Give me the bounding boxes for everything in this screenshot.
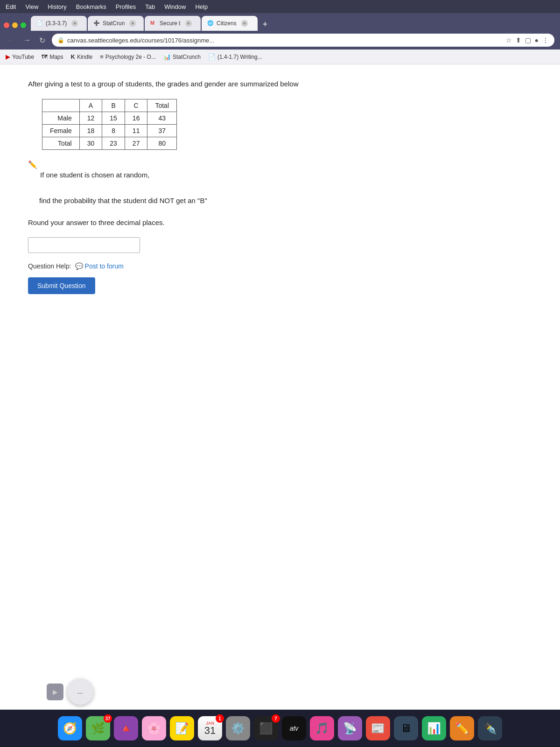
bookmark-statcrunch[interactable]: 📊 StatCrunch [163,53,201,60]
dock-news[interactable]: 📰 [366,716,390,740]
question-part3: Round your answer to three decimal place… [28,216,532,229]
post-forum-link[interactable]: 💬 Post to forum [75,262,124,270]
dock-music[interactable]: 🎵 [310,716,334,740]
menu-item-bookmarks[interactable]: Bookmarks [76,3,106,10]
tab-4[interactable]: 🌐 Citizens × [202,16,258,31]
bookmark-star-icon[interactable]: ☆ [506,36,512,44]
dock-pencil[interactable]: ✏️ [450,716,474,740]
tab-1-icon: 📄 [36,20,43,27]
back-button[interactable]: ← [6,34,17,46]
row-label-male: Male [42,112,80,125]
tab-2[interactable]: ➕ StatCrun × [88,16,144,31]
cell-male-b: 15 [102,112,125,125]
pencil-icon: ✏️ [28,160,37,169]
address-field[interactable]: 🔒 canvas.seattlecolleges.edu/courses/101… [52,34,554,47]
app2-badge: 7 [272,714,280,723]
writing-icon: 📄 [208,53,216,60]
page-content: After giving a test to a group of studen… [0,64,560,710]
calendar-badge: 1 [216,714,224,723]
col-header-b: B [102,99,125,112]
bookmark-psychology-label: Psychology 2e - O... [105,54,156,60]
dock-app2[interactable]: ⬛ 7 [254,716,278,740]
submit-question-button[interactable]: Submit Question [28,277,95,294]
dock-display[interactable]: 🖥 [394,716,418,740]
dock-safari[interactable]: 🧭 [58,716,82,740]
settings-icon: ⚙️ [231,722,245,735]
table-row-total: Total 30 23 27 80 [42,137,177,150]
bookmark-writing[interactable]: 📄 (1.4-1.7) Writing... [208,53,262,60]
cell-female-c: 11 [125,125,147,137]
minimize-window-button[interactable] [12,22,18,28]
menu-item-view[interactable]: View [25,3,38,10]
calendar-day: 31 [204,726,216,736]
safari-icon: 🧭 [63,722,77,735]
tab-4-icon: 🌐 [207,20,214,27]
chat-bubble[interactable]: ... [67,679,93,705]
dock-settings[interactable]: ⚙️ [226,716,250,740]
browser-window: 📄 (3.3-3.7) × ➕ StatCrun × M Secure t × … [0,13,560,710]
tab-2-close[interactable]: × [129,20,136,27]
numbers-icon: 📊 [427,722,441,735]
bookmark-maps[interactable]: 🗺 Maps [42,53,63,60]
question-part1: If one student is chosen at random, [40,169,149,181]
dock-finder[interactable]: 🌿 37 [86,716,110,740]
profile-icon[interactable]: ● [535,36,539,44]
question-help: Question Help: 💬 Post to forum [28,262,532,270]
cell-total-b: 23 [102,137,125,150]
chat-toggle-button[interactable]: ▶ [47,684,63,700]
tab-1-close[interactable]: × [71,20,78,27]
dock-photos[interactable]: 🌸 [142,716,166,740]
dock-appletv[interactable]: atv [282,716,306,740]
tab-3-icon: M [150,20,157,27]
new-tab-button[interactable]: + [259,18,272,31]
table-row-male: Male 12 15 16 43 [42,112,177,125]
dock-draw[interactable]: ✒️ [478,716,502,740]
tab-3[interactable]: M Secure t × [145,16,201,31]
tab-3-close[interactable]: × [185,20,192,27]
maximize-window-button[interactable] [21,22,26,28]
bookmark-kindle[interactable]: K Kindle [71,53,93,60]
cell-male-total: 43 [147,112,177,125]
col-header-total: Total [147,99,177,112]
bookmark-youtube[interactable]: ▶ YouTube [6,53,34,60]
sidebar-icon[interactable]: ▢ [525,36,531,44]
dock-app1[interactable]: 🔺 [114,716,138,740]
youtube-icon: ▶ [6,53,10,60]
menu-item-edit[interactable]: Edit [6,3,16,10]
chat-dots: ... [77,689,83,695]
intro-text: After giving a test to a group of studen… [28,78,532,90]
forward-button[interactable]: → [21,34,33,46]
tab-bar: 📄 (3.3-3.7) × ➕ StatCrun × M Secure t × … [0,13,560,31]
table-header-row: A B C Total [42,99,177,112]
music-icon: 🎵 [315,722,329,735]
refresh-button[interactable]: ↻ [37,34,47,47]
bookmark-kindle-label: Kindle [77,54,92,60]
menu-item-history[interactable]: History [48,3,66,10]
close-window-button[interactable] [4,22,9,28]
forum-icon: 💬 [75,262,83,270]
cell-male-a: 12 [79,112,102,125]
tab-2-icon: ➕ [93,20,100,27]
share-icon[interactable]: ⬆ [516,36,521,44]
answer-input[interactable] [28,237,140,253]
extensions-icon[interactable]: ⋮ [542,36,549,44]
app1-icon: 🔺 [119,722,133,735]
tab-1[interactable]: 📄 (3.3-3.7) × [31,16,87,31]
notes-icon: 📝 [175,722,189,735]
dock-calendar[interactable]: JAN 31 1 [198,716,222,740]
dock-numbers[interactable]: 📊 [422,716,446,740]
bookmark-psychology[interactable]: ≡ Psychology 2e - O... [100,53,156,60]
chat-toggle-icon: ▶ [53,688,58,696]
menu-item-help[interactable]: Help [195,3,208,10]
menu-item-window[interactable]: Window [164,3,186,10]
tab-4-close[interactable]: × [241,20,248,27]
menu-bar: Edit View History Bookmarks Profiles Tab… [0,0,560,13]
dock-notes[interactable]: 📝 [170,716,194,740]
tab-3-label: Secure t [160,20,181,27]
statcrunch-icon: 📊 [163,53,171,60]
dock-podcast[interactable]: 📡 [338,716,362,740]
menu-item-profiles[interactable]: Profiles [116,3,136,10]
display-icon: 🖥 [400,722,412,735]
cell-female-a: 18 [79,125,102,137]
menu-item-tab[interactable]: Tab [145,3,155,10]
